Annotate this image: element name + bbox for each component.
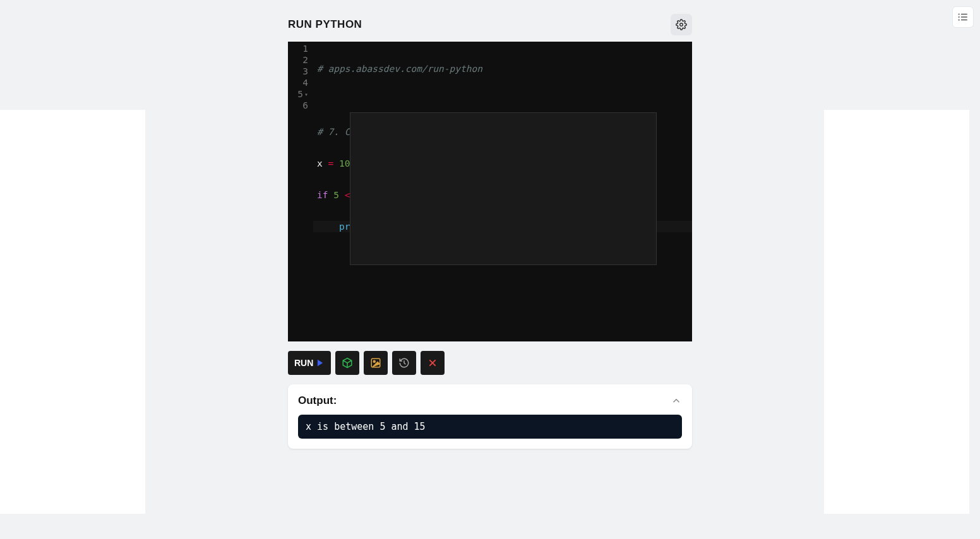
close-icon [427,358,438,368]
line-number: 1 [288,43,313,54]
line-number: 2 [288,54,313,66]
output-content: x is between 5 and 15 [298,415,682,439]
line-number: 3 [288,66,313,77]
history-icon [398,357,410,369]
cube-icon [342,357,353,369]
gear-icon [676,19,687,30]
image-button[interactable] [364,351,388,375]
line-number: 5▾ [288,88,313,100]
menu-button[interactable] [952,6,974,28]
editor-gutter: 1 2 3 4 5▾ 6 [288,42,313,341]
ad-placeholder-left [0,110,145,514]
clear-button[interactable] [421,351,445,375]
chevron-up-icon[interactable] [671,395,682,406]
svg-point-5 [959,20,959,20]
code-editor[interactable]: 1 2 3 4 5▾ 6 # apps.abassdev.com/run-pyt… [288,42,692,341]
fold-marker-icon[interactable]: ▾ [304,89,308,100]
list-icon [957,11,969,23]
code-comment: # apps.abassdev.com/run-python [317,64,482,74]
run-button-label: RUN [294,358,313,368]
settings-button[interactable] [671,14,692,35]
history-button[interactable] [392,351,416,375]
svg-marker-7 [318,360,323,367]
image-icon [370,357,381,369]
line-number: 4 [288,77,313,88]
svg-point-9 [374,360,376,362]
run-button[interactable]: RUN [288,351,331,375]
line-number: 6 [288,100,313,111]
svg-point-4 [959,17,959,18]
play-icon [316,358,325,367]
editor-code-area[interactable]: # apps.abassdev.com/run-python # 7. Chai… [313,42,692,341]
output-title: Output: [298,394,337,407]
output-panel: Output: x is between 5 and 15 [288,384,692,449]
editor-toolbar: RUN [288,351,692,375]
page-header: RUN PYTHON [288,14,692,35]
ad-placeholder-right [824,110,969,514]
packages-button[interactable] [335,351,359,375]
svg-point-6 [680,23,683,27]
autocomplete-popup[interactable] [350,112,657,265]
svg-point-3 [959,14,959,15]
page-title: RUN PYTHON [288,18,362,31]
